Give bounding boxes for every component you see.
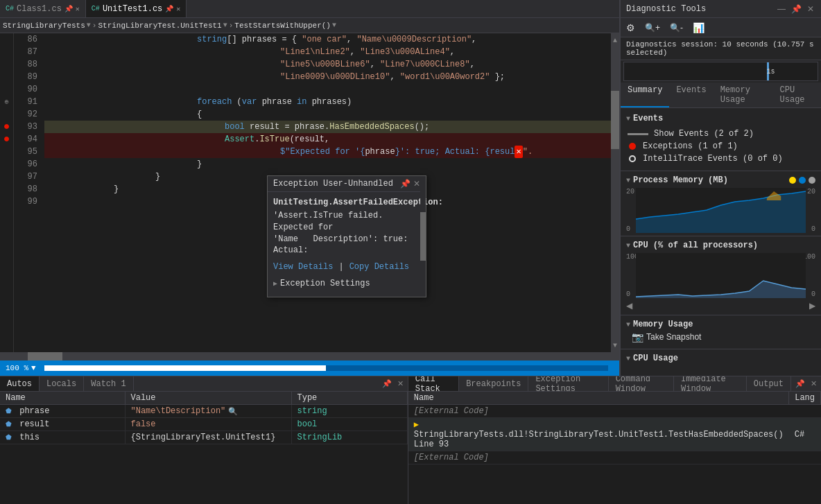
event-exceptions[interactable]: Exceptions (1 of 1) — [621, 140, 821, 153]
event-intellitrace[interactable]: IntelliTrace Events (0 of 0) — [621, 153, 821, 165]
take-snapshot-label: Take Snapshot — [646, 332, 701, 342]
view-details-link[interactable]: View Details — [273, 262, 333, 272]
breadcrumb-class[interactable]: StringLibraryTest.UnitTest1 ▼ — [98, 21, 227, 30]
exception-pin-button[interactable]: 📌 — [400, 179, 410, 189]
exception-settings-expand[interactable]: ▶ Exception Settings — [273, 276, 420, 291]
zoom-thumb[interactable] — [44, 365, 327, 371]
diag-pin-button[interactable]: 📌 — [790, 3, 803, 15]
autos-pin-button[interactable]: 📌 — [381, 378, 393, 390]
tab-unittest1-close[interactable]: ✕ — [176, 5, 180, 13]
cpu-usage-section-footer: ▼ CPU Usage — [621, 351, 821, 366]
autos-row-this-type: StringLib — [291, 431, 407, 444]
table-row: [External Code] — [408, 405, 821, 418]
tab-class1-close[interactable]: ✕ — [76, 5, 80, 13]
expand-91[interactable]: ⊕ — [0, 96, 13, 108]
diag-tab-summary[interactable]: Summary — [621, 82, 669, 107]
callstack-close-button[interactable]: ✕ — [809, 378, 818, 390]
diag-tab-events[interactable]: Events — [669, 82, 713, 107]
cpu-scroll-right[interactable]: ▶ — [809, 301, 815, 311]
row-icon-phrase: ⬟ — [6, 408, 12, 415]
scroll-down-btn[interactable]: ▼ — [611, 338, 619, 352]
cpu-ymin-left: 0 — [626, 290, 630, 298]
callstack-tab-bar: Call Stack Breakpoints Exception Setting… — [408, 376, 821, 392]
event-exceptions-label: Exceptions (1 of 1) — [643, 141, 738, 151]
table-row: [External Code] — [408, 451, 821, 464]
code-line-91: foreach (var phrase in phrases) — [44, 96, 619, 108]
events-collapse-icon: ▼ — [626, 115, 630, 123]
autos-result-name-text: result — [19, 419, 49, 429]
events-section-header: ▼ Events — [621, 111, 821, 126]
watch1-tab[interactable]: Watch 1 — [84, 376, 133, 391]
diag-tab-memory[interactable]: Memory Usage — [714, 82, 773, 107]
memory-section-header: ▼ Process Memory (MB) — [621, 173, 821, 188]
code-area[interactable]: ⊕ ● ● 86 87 88 89 90 91 92 — [0, 33, 619, 352]
event-show-events[interactable]: Show Events (2 of 2) — [621, 128, 821, 140]
command-window-tab[interactable]: Command Window — [609, 376, 674, 391]
callstack-current-lang: C# — [795, 430, 804, 440]
diag-minus-button[interactable]: — — [776, 3, 787, 15]
divider4 — [621, 349, 821, 349]
diag-tab-cpu[interactable]: CPU Usage — [773, 82, 821, 107]
zoom-track[interactable] — [44, 365, 608, 371]
bp-94[interactable]: ● — [0, 133, 13, 146]
events-bar-icon — [628, 133, 648, 135]
bp-93[interactable]: ● — [0, 121, 13, 133]
chevron-right-icon: ▶ — [273, 279, 277, 288]
editor-hscroll[interactable] — [0, 352, 619, 360]
line-numbers: 86 87 88 89 90 91 92 93 94 95 96 97 98 9… — [14, 33, 42, 352]
autos-tbody: ⬟ phrase "Name\tDescription" 🔍 string — [0, 405, 407, 444]
breakpoints-tab[interactable]: Breakpoints — [459, 376, 528, 391]
autos-tab[interactable]: Autos — [0, 376, 40, 391]
phrase-search-button[interactable]: 🔍 — [228, 407, 238, 416]
callstack-tab[interactable]: Call Stack — [408, 376, 459, 391]
editor-vscroll[interactable]: ▲ ▼ — [611, 33, 619, 352]
tab-unittest1[interactable]: C# UnitTest1.cs 📌 ✕ — [86, 0, 187, 17]
cpu-svg — [636, 253, 806, 298]
copy-details-link[interactable]: Copy Details — [349, 262, 409, 272]
cpu-section: ▼ CPU (% of all processors) 100 0 100 0 — [621, 238, 821, 313]
gutter: ⊕ ● ● — [0, 33, 14, 352]
exception-type: UnitTesting.AssertFailedException: — [273, 198, 420, 207]
diag-chart-button[interactable]: 📊 — [690, 21, 707, 35]
exception-settings-tab[interactable]: Exception Settings — [528, 376, 608, 391]
camera-icon: 📷 — [632, 331, 643, 342]
diag-zoomout-button[interactable]: 🔍- — [667, 21, 686, 34]
timeline-bar: 1s — [623, 62, 818, 81]
exception-close-button[interactable]: ✕ — [413, 179, 420, 189]
diagnostic-session-bar: Diagnostics session: 10 seconds (10.757 … — [621, 37, 821, 60]
tab-class1[interactable]: C# Class1.cs 📌 ✕ — [0, 0, 86, 17]
callstack-row-current-name: ▶ StringLibraryTests.dll!StringLibraryTe… — [408, 418, 789, 451]
breadcrumb-namespace[interactable]: StringLibraryTests ▼ — [3, 21, 91, 30]
exception-popup: Exception User-Unhandled 📌 ✕ UnitTesting… — [267, 175, 426, 297]
autos-row-this-value: {StringLibraryTest.UnitTest1} — [125, 431, 291, 444]
memory-usage-label: Memory Usage — [633, 320, 693, 329]
breadcrumb-method[interactable]: TestStartsWithUpper() ▼ — [234, 21, 336, 30]
this-value-text: {StringLibraryTest.UnitTest1} — [131, 433, 276, 442]
callstack-current-text: StringLibraryTests.dll!StringLibraryTest… — [414, 430, 784, 449]
autos-this-name-text: this — [19, 433, 40, 442]
popup-scroll-thumb[interactable] — [420, 212, 426, 261]
hscroll-thumb[interactable] — [28, 352, 62, 360]
take-snapshot-button[interactable]: 📷 Take Snapshot — [626, 329, 707, 345]
diag-zoomin-button[interactable]: 🔍+ — [642, 21, 663, 34]
phrase-value-text: "Name\tDescription" — [131, 406, 226, 416]
diag-close-button[interactable]: ✕ — [806, 3, 815, 15]
callstack-pin-button[interactable]: 📌 — [794, 378, 806, 390]
cpu-scroll-left[interactable]: ◀ — [626, 301, 632, 311]
immediate-window-tab[interactable]: Immediate Window — [674, 376, 747, 391]
scroll-thumb[interactable] — [611, 91, 619, 149]
diag-settings-button[interactable]: ⚙ — [623, 21, 638, 35]
code-line-89: "Line0009\u000DLine10", "word1\u00A0word… — [44, 71, 619, 83]
autos-phrase-name-text: phrase — [19, 406, 49, 416]
output-tab[interactable]: Output — [747, 376, 791, 391]
timeline[interactable]: 1s — [623, 62, 818, 81]
code-line-90 — [44, 83, 619, 96]
popup-scrollbar[interactable] — [420, 176, 426, 297]
code-line-93: bool result = phrase.HasEmbeddedSpaces()… — [44, 121, 619, 133]
autos-close-button[interactable]: ✕ — [396, 378, 405, 390]
memory-collapse-icon: ▼ — [626, 177, 630, 184]
callstack-thead: Name Lang — [408, 392, 821, 405]
locals-tab[interactable]: Locals — [40, 376, 84, 391]
autos-thead: Name Value Type — [0, 392, 407, 405]
scroll-up-btn[interactable]: ▲ — [611, 33, 619, 47]
